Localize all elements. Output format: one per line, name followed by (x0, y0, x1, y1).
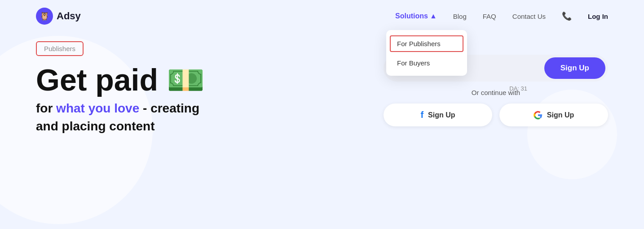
logo-icon: 🦉 (36, 8, 53, 25)
dropdown-for-buyers[interactable]: For Buyers (386, 54, 467, 72)
google-signup-label: Sign Up (547, 111, 574, 119)
publishers-badge: Publishers (36, 41, 84, 56)
subtitle-part1: for (36, 101, 56, 115)
or-continue-text: Or continue with (384, 89, 608, 96)
phone-icon[interactable]: 📞 (562, 11, 572, 21)
main-content: Publishers Get paid 💵 for what you love … (0, 32, 644, 135)
faq-nav-item[interactable]: FAQ (483, 13, 496, 20)
dropdown-for-publishers[interactable]: For Publishers (390, 35, 463, 52)
hero-left: Publishers Get paid 💵 for what you love … (36, 41, 205, 135)
signup-button[interactable]: Sign Up (544, 57, 605, 79)
facebook-icon: f (420, 110, 423, 120)
solutions-dropdown-menu: For Publishers For Buyers (386, 30, 467, 76)
google-signup-button[interactable]: Sign Up (499, 104, 608, 126)
login-button[interactable]: Log In (588, 13, 608, 20)
facebook-signup-label: Sign Up (428, 111, 455, 119)
nav-links: Solutions ▲ For Publishers For Buyers Bl… (395, 11, 608, 21)
logo[interactable]: 🦉 Adsy (36, 8, 81, 25)
facebook-signup-button[interactable]: f Sign Up (384, 104, 492, 126)
hero-title: Get paid 💵 (36, 64, 205, 96)
solutions-dropdown-wrapper: Solutions ▲ For Publishers For Buyers (395, 12, 437, 20)
subtitle-highlight: what you love (56, 101, 139, 115)
contact-nav-item[interactable]: Contact Us (512, 13, 546, 20)
solutions-nav-item[interactable]: Solutions ▲ (395, 12, 437, 20)
logo-text: Adsy (57, 10, 81, 22)
social-row: f Sign Up Sign Up (384, 104, 608, 126)
hero-subtitle: for what you love - creating and placing… (36, 99, 205, 134)
hero-title-text: Get paid 💵 (36, 64, 205, 96)
navbar: 🦉 Adsy Solutions ▲ For Publishers For Bu… (0, 0, 644, 32)
google-icon (534, 111, 543, 120)
blog-nav-item[interactable]: Blog (453, 13, 467, 20)
chevron-up-icon: ▲ (430, 12, 437, 20)
subtitle-part2: - creating (139, 101, 199, 115)
subtitle-line2: and placing content (36, 119, 154, 133)
